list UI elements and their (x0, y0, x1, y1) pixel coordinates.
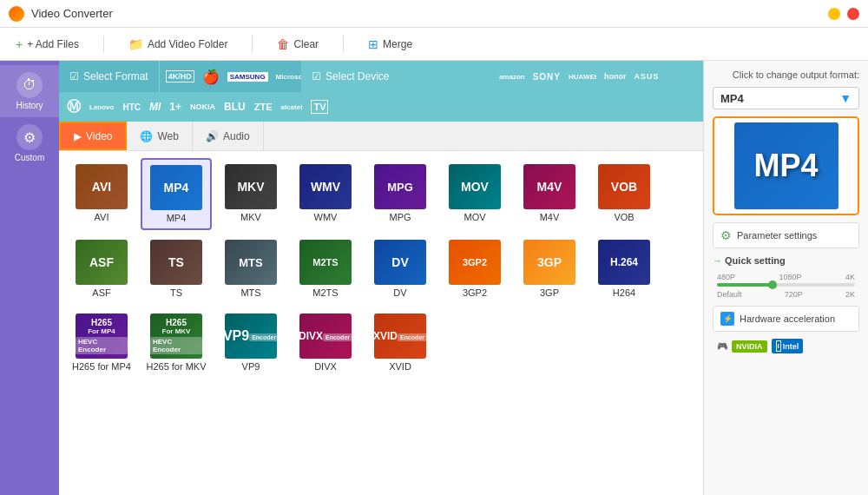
format-asf[interactable]: ASF ASF (66, 234, 137, 304)
brand-amazon[interactable]: amazon (496, 65, 529, 88)
format-grid: AVI AVI MP4 MP4 MKV MKV WMV WMV MPG MPG (59, 151, 703, 495)
sidebar: ⏱ History ⚙ Custom (0, 61, 59, 495)
audio-icon: 🔊 (206, 130, 219, 142)
format-xvid[interactable]: XVID Encoder XVID (365, 307, 436, 378)
web-label: Web (157, 130, 178, 142)
app-icon (9, 6, 24, 22)
clear-button[interactable]: 🗑 Clear (270, 34, 326, 55)
brand-alcatel[interactable]: alcatel (278, 96, 306, 118)
format-wmv[interactable]: WMV WMV (290, 158, 361, 230)
nvidia-badge: NVIDIA (732, 340, 767, 353)
format-vob[interactable]: VOB VOB (589, 158, 660, 230)
format-mkv[interactable]: MKV MKV (215, 158, 286, 230)
brand-nokia[interactable]: NOKIA (187, 96, 219, 118)
format-mpg[interactable]: MPG MPG (365, 158, 436, 230)
brand-sony[interactable]: SONY (529, 65, 564, 88)
quality-slider-thumb[interactable] (768, 280, 777, 289)
sub-nav: ▶ Video 🌐 Web 🔊 Audio (59, 122, 703, 151)
format-divx[interactable]: DIVX Encoder DIVX (290, 307, 361, 378)
nvidia-icon: 🎮 (717, 341, 727, 351)
add-files-button[interactable]: + + Add Files (9, 34, 86, 55)
video-tab[interactable]: ▶ Video (59, 122, 127, 150)
sidebar-item-history[interactable]: ⏱ History (0, 65, 59, 117)
toolbar-separator-3 (343, 36, 344, 53)
format-vp9[interactable]: VP9 Encoder VP9 (215, 307, 286, 378)
sidebar-custom-label: Custom (15, 153, 44, 162)
quality-labels-top: 480P 1080P 4K (717, 273, 855, 281)
format-tab[interactable]: ☑ Select Format (59, 61, 160, 92)
brand-samsung[interactable]: SAMSUNG (224, 65, 272, 88)
format-brands-area: 4K/HD 🍎 SAMSUNG Microsoft G LG (160, 61, 301, 92)
brand-oneplus[interactable]: 1+ (166, 96, 185, 118)
format-h264[interactable]: H.264 H264 (589, 234, 660, 304)
sidebar-item-custom[interactable]: ⚙ Custom (0, 117, 59, 169)
brand-mi[interactable]: MI (146, 96, 164, 118)
param-settings-icon: ⚙ (720, 228, 732, 242)
toolbar-separator-2 (252, 36, 253, 53)
hardware-accel-icon: ⚡ (720, 312, 734, 326)
format-preview-area[interactable]: MP4 (713, 116, 859, 215)
format-m2ts[interactable]: M2TS M2TS (290, 234, 361, 304)
brand-blu[interactable]: BLU (220, 96, 249, 118)
format-ts[interactable]: TS TS (141, 234, 212, 304)
toolbar: + + Add Files 📁 Add Video Folder 🗑 Clear… (0, 28, 868, 61)
add-files-icon: + (16, 37, 23, 51)
titlebar: Video Converter — ✕ (0, 0, 868, 28)
merge-button[interactable]: ⊞ Merge (361, 34, 419, 55)
brand-htc[interactable]: HTC (119, 96, 144, 118)
hw-accel-label: Hardware acceleration (740, 314, 835, 324)
audio-label: Audio (223, 130, 250, 142)
window-controls: — ✕ (828, 8, 859, 20)
format-selector-dropdown[interactable]: MP4 ▼ (713, 87, 859, 109)
custom-icon: ⚙ (16, 124, 43, 150)
format-preview-text: MP4 (753, 148, 818, 184)
brand-microsoft[interactable]: Microsoft (273, 65, 302, 88)
format-mov[interactable]: MOV MOV (439, 158, 510, 230)
add-folder-label: Add Video Folder (148, 38, 228, 50)
content-area: ☑ Select Format 4K/HD 🍎 SAMSUNG Microsof… (59, 61, 703, 495)
format-preview-image: MP4 (734, 122, 838, 209)
format-dv[interactable]: DV DV (365, 234, 436, 304)
device-check-icon: ☑ (312, 70, 321, 82)
device-tab[interactable]: ☑ Select Device (301, 61, 493, 92)
output-format-hint: Click to change output format: (713, 69, 859, 80)
format-mts[interactable]: MTS MTS (215, 234, 286, 304)
intel-icon: i (776, 340, 781, 352)
device-tab-label: Select Device (326, 70, 389, 82)
sidebar-history-label: History (16, 101, 43, 110)
format-3gp[interactable]: 3GP 3GP (514, 234, 585, 304)
gpu-badges-area: 🎮 NVIDIA i Intel (713, 339, 859, 353)
brand-lenovo[interactable]: Lenovo (86, 96, 117, 118)
audio-tab[interactable]: 🔊 Audio (193, 122, 264, 150)
web-icon: 🌐 (140, 130, 153, 142)
close-button[interactable]: ✕ (847, 8, 859, 20)
brand-4k[interactable]: 4K/HD (162, 65, 198, 88)
format-mp4[interactable]: MP4 MP4 (141, 158, 212, 230)
param-settings-label: Parameter settings (737, 230, 817, 241)
brand-zte[interactable]: ZTE (251, 96, 276, 118)
brand-asus[interactable]: ASUS (631, 65, 663, 88)
minimize-button[interactable]: — (828, 8, 840, 20)
parameter-settings-button[interactable]: ⚙ Parameter settings (713, 222, 859, 248)
quality-slider[interactable] (717, 283, 855, 287)
brand-huawei[interactable]: HUAWEI (565, 65, 600, 88)
quality-labels-bottom: Default 720P 2K (717, 290, 855, 299)
format-selector-text: MP4 (720, 92, 744, 105)
format-3gp2[interactable]: 3GP2 3GP2 (439, 234, 510, 304)
brand-apple[interactable]: 🍎 (199, 65, 223, 88)
format-h265mkv[interactable]: H265 For MKV HEVC Encoder H265 for MKV (141, 307, 212, 378)
format-m4v[interactable]: M4V M4V (514, 158, 585, 230)
web-tab[interactable]: 🌐 Web (127, 122, 192, 150)
add-files-label: + Add Files (27, 38, 79, 50)
format-h265mp4[interactable]: H265 For MP4 HEVC Encoder H265 for MP4 (66, 307, 137, 378)
history-icon: ⏱ (16, 72, 43, 98)
brand-tv[interactable]: TV (307, 96, 332, 118)
format-avi[interactable]: AVI AVI (66, 158, 137, 230)
clear-icon: 🗑 (277, 37, 289, 51)
merge-icon: ⊞ (368, 37, 378, 51)
add-folder-button[interactable]: 📁 Add Video Folder (122, 34, 235, 55)
hardware-acceleration-button[interactable]: ⚡ Hardware acceleration (713, 306, 859, 332)
brand-motorola[interactable]: Ⓜ (63, 96, 84, 118)
format-tab-label: Select Format (83, 70, 148, 82)
brand-honor[interactable]: honor (601, 65, 630, 88)
